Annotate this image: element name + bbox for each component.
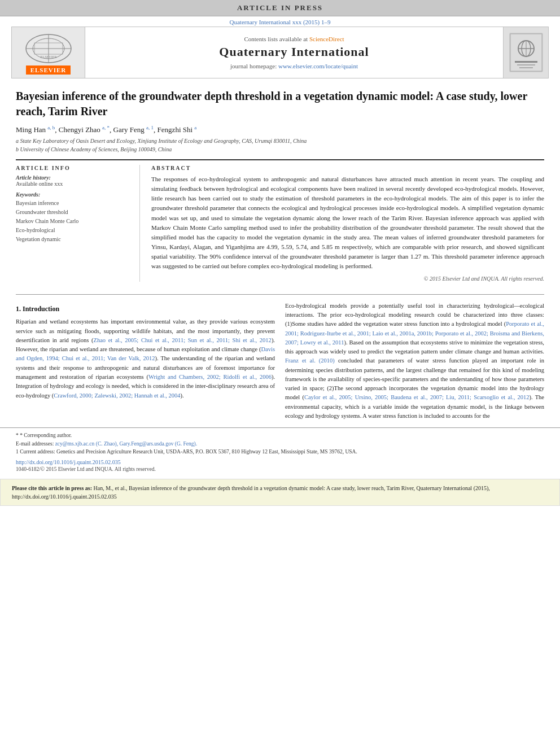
journal-reference: Quaternary International xxx (2015) 1–9 <box>0 16 560 27</box>
section-divider <box>16 294 544 295</box>
email-footnote: E-mail addresses: zcy@ms.xjb.ac.cn (C. Z… <box>16 440 544 448</box>
email-feng[interactable]: Gary.Feng@ars.usda.gov (G. Feng). <box>119 441 197 447</box>
citation-bar: Please cite this article in press as: Ha… <box>0 479 560 506</box>
journal-ref-text: Quaternary International xxx (2015) 1–9 <box>230 19 331 25</box>
svg-rect-12 <box>517 64 535 65</box>
abstract-col: ABSTRACT The responses of eco-hydrologic… <box>151 165 544 281</box>
journal-logo-area: ELSEVIER ELSEVIER <box>12 27 85 78</box>
body-col-right: Eco-hydrological models provide a potent… <box>285 302 544 424</box>
author-ming-han: Ming Han a, b <box>16 125 55 134</box>
elsevier-brand-label: ELSEVIER <box>26 65 71 75</box>
affiliation-a: a State Key Laboratory of Oasis Desert a… <box>16 137 544 145</box>
sciencedirect-line: Contents lists available at ScienceDirec… <box>244 36 344 42</box>
affiliation-b: b University of Chinese Academy of Scien… <box>16 145 544 154</box>
ref-porporato2001[interactable]: Porporato et al., 2001; Rodriguez-Iturbe… <box>285 321 544 346</box>
svg-rect-11 <box>515 61 537 63</box>
corresponding-star: * <box>16 433 19 438</box>
article-in-press-text: ARTICLE IN PRESS <box>237 3 323 12</box>
section1-heading: 1. Introduction <box>16 304 275 314</box>
author-chengyi-zhao: Chengyi Zhao a, * <box>59 125 110 134</box>
history-label: Article history: <box>16 174 133 181</box>
article-info-heading: ARTICLE INFO <box>16 165 133 171</box>
homepage-url[interactable]: www.elsevier.com/locate/quaint <box>278 63 358 69</box>
body-col-left: 1. Introduction Riparian and wetland eco… <box>16 302 275 424</box>
elsevier-logo-illustration: ELSEVIER <box>20 32 77 65</box>
ref-davis1994[interactable]: Davis and Ogden, 1994; Chui et al., 2011… <box>16 346 275 361</box>
intro-para1: Riparian and wetland ecosystems has impo… <box>16 317 275 400</box>
copyright-line: © 2015 Elsevier Ltd and INQUA. All right… <box>151 276 544 282</box>
email-label: E-mail addresses: <box>16 441 54 447</box>
ref-zhao2005[interactable]: Zhao et al., 2005; Chui et al., 2011; Su… <box>93 337 271 343</box>
affiliations: a State Key Laboratory of Oasis Desert a… <box>16 137 544 154</box>
abstract-heading: ABSTRACT <box>151 165 544 171</box>
svg-text:ELSEVIER: ELSEVIER <box>40 55 56 59</box>
sciencedirect-prefix: Contents lists available at <box>244 36 309 42</box>
journal-header-center: Contents lists available at ScienceDirec… <box>85 27 503 78</box>
body-two-col: 1. Introduction Riparian and wetland eco… <box>0 302 560 424</box>
ref-crawford2000[interactable]: Crawford, 2000; Zalewski, 2002; Hannah e… <box>54 392 180 399</box>
article-content: Bayesian inference of the groundwater de… <box>0 78 560 287</box>
corresponding-label: * Corresponding author. <box>20 433 72 438</box>
article-in-press-banner: ARTICLE IN PRESS <box>0 0 560 16</box>
issn-line: 1040-6182/© 2015 Elsevier Ltd and INQUA.… <box>0 466 560 474</box>
journal-header: ELSEVIER ELSEVIER Contents lists availab… <box>11 27 549 78</box>
keywords-label: Keywords: <box>16 191 133 198</box>
author-fengzhi-shi: Fengzhi Shi a <box>158 125 197 134</box>
intro-para2: Eco-hydrological models provide a potent… <box>285 302 544 421</box>
journal-title-main: Quaternary International <box>219 45 369 59</box>
authors-line: Ming Han a, b, Chengyi Zhao a, *, Gary F… <box>16 125 544 134</box>
info-abstract-cols: ARTICLE INFO Article history: Available … <box>16 159 544 281</box>
doi-line: http://dx.doi.org/10.1016/j.quaint.2015.… <box>0 458 560 466</box>
footnotes-section: * * Corresponding author. E-mail address… <box>0 427 560 458</box>
page: ARTICLE IN PRESS Quaternary Internationa… <box>0 0 560 747</box>
history-value: Available online xxx <box>16 181 133 187</box>
keyword-bayesian: Bayesian inference <box>16 199 133 208</box>
abstract-text: The responses of eco-hydrological system… <box>151 174 544 270</box>
journal-icon <box>509 33 543 72</box>
footnote1: 1 Current address: Genetics and Precisio… <box>16 448 544 456</box>
journal-homepage-line: journal homepage: www.elsevier.com/locat… <box>230 63 358 69</box>
keyword-vegetation: Vegetation dynamic <box>16 235 133 244</box>
ref-caylor2005[interactable]: Caylor et al., 2005; Ursino, 2005; Baude… <box>304 394 530 400</box>
keyword-eco: Eco-hydrological <box>16 226 133 235</box>
corresponding-footnote: * * Corresponding author. <box>16 431 544 439</box>
article-title: Bayesian inference of the groundwater de… <box>16 89 544 119</box>
author-gary-feng: Gary Feng a, 1 <box>113 125 154 134</box>
keyword-markov: Markov Chain Monte Carlo <box>16 217 133 226</box>
ref-franz2010[interactable]: Franz et al. (2010) <box>285 357 335 364</box>
homepage-prefix: journal homepage: <box>230 63 278 69</box>
journal-header-right <box>503 27 548 78</box>
keyword-groundwater: Groundwater threshold <box>16 208 133 217</box>
email-zhao[interactable]: zcy@ms.xjb.ac.cn (C. Zhao), <box>55 441 118 447</box>
doi-url[interactable]: http://dx.doi.org/10.1016/j.quaint.2015.… <box>16 459 121 465</box>
citation-bar-label: Please cite this article in press as: <box>12 485 92 491</box>
article-info-col: ARTICLE INFO Article history: Available … <box>16 165 140 281</box>
sciencedirect-link[interactable]: ScienceDirect <box>309 36 344 42</box>
svg-rect-13 <box>519 67 533 68</box>
ref-wright2002[interactable]: Wright and Chambers, 2002; Ridolfi et al… <box>148 374 272 380</box>
